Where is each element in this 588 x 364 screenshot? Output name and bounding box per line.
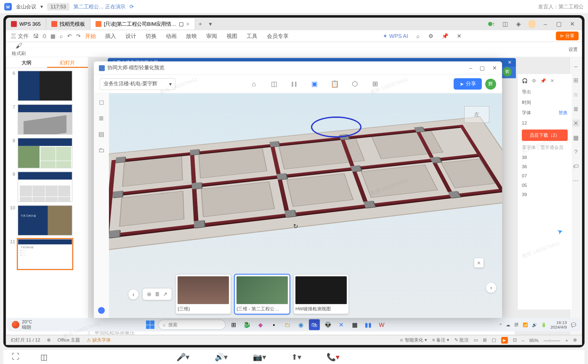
thumbs-next-button[interactable]: › [486, 283, 496, 293]
search-icon[interactable]: ⌕ [416, 33, 420, 39]
menu-design[interactable]: 设计 [125, 32, 136, 40]
slides-tab[interactable]: 幻灯片 [47, 57, 88, 68]
slide-thumbnail[interactable]: 8 [8, 138, 85, 168]
edge-icon[interactable]: ◉ [295, 319, 306, 330]
zoom-slider[interactable]: —○—— [544, 337, 560, 343]
close-icon[interactable]: ✕ [550, 78, 554, 84]
headphone-icon[interactable]: 🎧 [522, 78, 528, 84]
close-icon[interactable]: ✕ [568, 20, 576, 28]
fullscreen-icon[interactable]: ⛶ [12, 352, 19, 361]
meeting-app-icon[interactable]: ▮▮ [363, 319, 374, 330]
comments-toggle[interactable]: ✎ 批注 [454, 337, 469, 343]
clipboard-icon[interactable]: 📋 [331, 80, 339, 88]
menu-slideshow[interactable]: 放映 [186, 32, 197, 40]
taskbar-search[interactable]: ⌕搜索 [158, 320, 225, 330]
share-screen-icon[interactable]: ⬆▾ [291, 352, 301, 362]
zoom-in-icon[interactable]: + [566, 337, 568, 343]
gear-icon[interactable]: ⚙ [532, 78, 536, 84]
app-icon[interactable]: ◆ [255, 319, 266, 330]
close-icon[interactable]: ✕ [492, 65, 497, 71]
slide-thumbnail[interactable]: 6 [8, 71, 85, 101]
app-icon[interactable]: 🐉 [241, 319, 252, 330]
close-panel-icon[interactable]: ✕ [457, 33, 461, 39]
bim-3d-viewport[interactable]: ↻ 左 ‹ ⊕ ≣ ↗ {三维} {三维 - [109, 93, 502, 318]
layers-icon[interactable]: ▤ [98, 130, 104, 138]
wps-icon[interactable]: W [376, 319, 387, 330]
share-button[interactable]: ⊳ 分享 [556, 31, 579, 40]
more-icon[interactable]: ⋯ [572, 177, 580, 184]
grid-icon[interactable]: ⊞ [371, 80, 379, 88]
app-icon[interactable]: ✕ [336, 319, 347, 330]
language-icon[interactable]: 拼 [514, 322, 519, 328]
pin-icon[interactable]: 📌 [442, 33, 448, 39]
missing-font-warning[interactable]: ⚠ 缺失字体 [87, 337, 111, 343]
list-icon[interactable]: ≣ [155, 291, 160, 297]
tab-menu-button[interactable]: ▾ [205, 21, 215, 27]
menu-start[interactable]: 开始 [85, 32, 96, 40]
wifi-icon[interactable]: 📶 [523, 322, 528, 327]
save-icon[interactable]: 🖫 [33, 33, 38, 39]
cube-icon[interactable]: ◈ [515, 20, 522, 28]
zoom-level[interactable]: 85% [529, 337, 538, 343]
close-thumbs-icon[interactable]: ✕ [474, 258, 483, 268]
slide-thumbnail[interactable]: 11 下月工作计划• ……• ……• …… [8, 239, 85, 269]
zoom-out-icon[interactable]: – [522, 337, 524, 343]
bim-avatar[interactable]: 辉 [485, 79, 496, 89]
layout-icon[interactable]: ◫ [40, 352, 47, 362]
layers-icon[interactable]: ≣ [572, 105, 580, 113]
speaker-icon[interactable]: 🔊▾ [215, 352, 228, 362]
menu-tools[interactable]: 工具 [247, 32, 257, 40]
wps-tab-templates[interactable]: 找稻壳模板 [46, 18, 90, 29]
sync-icon[interactable]: ↑ [488, 20, 495, 28]
app-icon[interactable]: ▪ [269, 319, 279, 330]
menu-member[interactable]: 会员专享 [267, 32, 289, 40]
preview-icon[interactable]: ▦ [50, 33, 56, 39]
store-icon[interactable]: 🛍 [309, 319, 320, 330]
model-selector-dropdown[interactable]: 业务生活楼-机电-栗宇辉▾ [100, 78, 176, 90]
wps-ai-button[interactable]: ✦ WPS AI [383, 33, 408, 39]
layout-icon[interactable]: ⊞ [572, 77, 580, 84]
format-painter-icon[interactable]: 🖌 [15, 42, 22, 50]
chevron-up-icon[interactable]: ^ [500, 322, 502, 327]
panel-icon[interactable]: ◫ [501, 20, 509, 28]
help-icon[interactable]: ? [572, 148, 580, 156]
pin-icon[interactable]: 📌 [540, 78, 546, 84]
print-icon[interactable]: ⎙ [43, 33, 46, 39]
undo-icon[interactable]: ↶ [67, 33, 72, 39]
tag-icon[interactable]: 🏷 [572, 162, 580, 170]
folder-icon[interactable]: 🗀 [98, 146, 105, 153]
mic-icon[interactable]: 🎤▾ [176, 352, 189, 362]
menu-insert[interactable]: 插入 [105, 32, 116, 40]
camera-icon[interactable]: 📷▾ [253, 352, 266, 362]
beautify-button[interactable]: ⊙ 智能美化 ▾ [400, 337, 427, 343]
avatar[interactable] [528, 20, 536, 28]
menu-animation[interactable]: 动画 [166, 32, 177, 40]
columns-icon[interactable]: ⫿⫿ [290, 80, 299, 88]
theme-label[interactable]: Office 主题 [57, 337, 80, 343]
menu-review[interactable]: 审阅 [206, 32, 217, 40]
menu-transition[interactable]: 切换 [146, 32, 156, 40]
start-button[interactable] [145, 319, 156, 330]
maximize-icon[interactable]: ▢ [555, 20, 563, 28]
slide-thumbnail[interactable]: 10 下月工作计划 [8, 205, 85, 236]
file-menu[interactable]: 三 文件 [11, 32, 29, 40]
image-icon[interactable]: ▦ [572, 134, 580, 141]
app-icon[interactable]: ▦ [349, 319, 360, 330]
settings-icon[interactable]: ⬡ [351, 80, 359, 88]
view-reading-icon[interactable]: ▢ [492, 337, 496, 343]
redo-icon[interactable]: ↷ [76, 33, 81, 39]
cube-icon[interactable]: ◻ [99, 98, 104, 106]
menu-view[interactable]: 视图 [227, 32, 237, 40]
task-view-icon[interactable]: ⊞ [228, 319, 239, 330]
settings-label[interactable]: 设置 [568, 46, 578, 53]
view-thumbnail[interactable]: HW碰撞检测视图 [294, 275, 348, 314]
notes-toggle[interactable]: ≡ 备注 ▾ [432, 337, 449, 343]
maximize-icon[interactable]: ▢ [480, 65, 485, 71]
avatar[interactable]: 辉 [502, 67, 512, 76]
new-tab-button[interactable]: ＋ [195, 20, 205, 28]
export-icon[interactable]: ↗ [163, 291, 167, 297]
explorer-icon[interactable]: 🗀 [282, 319, 293, 330]
minimize-icon[interactable]: – [469, 65, 472, 71]
close-tab-icon[interactable]: ✕ [186, 21, 190, 27]
app-icon[interactable]: 👽 [322, 319, 333, 330]
